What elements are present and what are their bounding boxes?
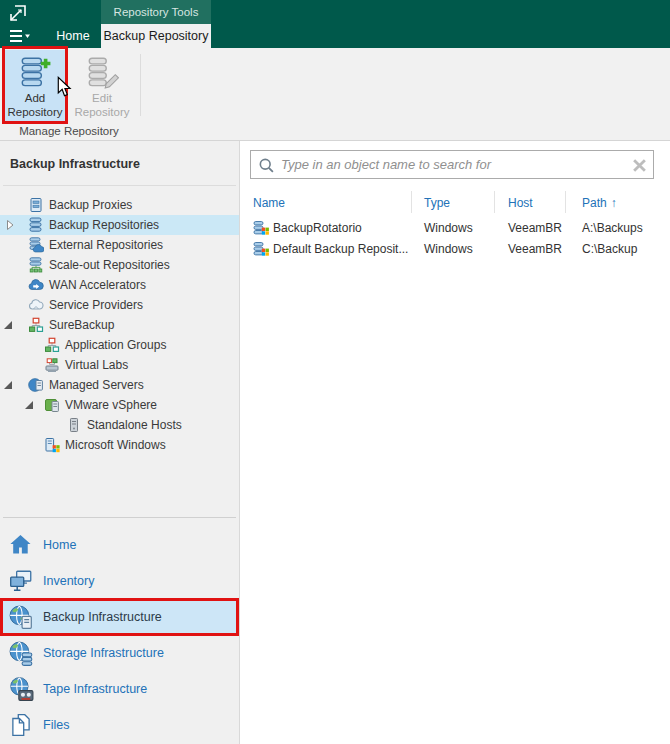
clear-search-icon[interactable] xyxy=(632,158,647,173)
cell-path: A:\Backups xyxy=(582,217,643,238)
column-separator xyxy=(411,191,412,213)
tree-item-label: External Repositories xyxy=(49,238,163,252)
external-repositories-icon xyxy=(28,237,44,253)
storage-infrastructure-icon xyxy=(8,640,34,666)
nav-item-label: Backup Infrastructure xyxy=(43,610,162,624)
sidebar-title-rule xyxy=(3,185,236,186)
nav-item-label: Inventory xyxy=(43,574,94,588)
nav-files[interactable]: Files xyxy=(0,707,239,743)
nav-backup-infrastructure[interactable]: Backup Infrastructure xyxy=(0,599,239,635)
service-providers-icon xyxy=(28,297,44,313)
surebackup-icon xyxy=(28,317,44,333)
tree-item-application-groups[interactable]: Application Groups xyxy=(0,335,239,355)
search-box xyxy=(250,150,654,179)
cell-type: Windows xyxy=(424,217,473,238)
mouse-cursor xyxy=(57,76,72,98)
nav-home[interactable]: Home xyxy=(0,527,239,563)
tree-item-backup-repositories[interactable]: Backup Repositories xyxy=(0,215,239,235)
add-repository-label-line2: Repository xyxy=(8,105,63,119)
contextual-tab-repository-tools[interactable]: Repository Tools xyxy=(101,0,211,24)
cell-host: VeeamBR xyxy=(508,238,562,259)
column-label: Path xyxy=(582,196,607,210)
veeam-console-window: Repository Tools Home Backup Repository xyxy=(0,0,670,744)
tree-item-label: Managed Servers xyxy=(49,378,144,392)
column-header-path[interactable]: Path ↑ xyxy=(582,192,654,214)
nav-item-label: Tape Infrastructure xyxy=(43,682,147,696)
tree-item-microsoft-windows[interactable]: Microsoft Windows xyxy=(0,435,239,455)
tree-item-surebackup[interactable]: SureBackup xyxy=(0,315,239,335)
ribbon: Add Repository Edit Repository Manage Re… xyxy=(0,48,670,141)
windows-repository-icon xyxy=(253,238,269,259)
tree-item-backup-proxies[interactable]: Backup Proxies xyxy=(0,195,239,215)
windows-repository-icon xyxy=(253,217,269,238)
tree-item-label: WAN Accelerators xyxy=(49,278,146,292)
cell-name: BackupRotatorio xyxy=(273,217,411,238)
nav-item-label: Home xyxy=(43,538,76,552)
expander-collapsed-icon[interactable] xyxy=(5,219,15,231)
tape-infrastructure-icon xyxy=(8,676,34,702)
managed-servers-icon xyxy=(28,377,44,393)
tree-item-label: VMware vSphere xyxy=(65,398,157,412)
sidebar-title: Backup Infrastructure xyxy=(10,157,140,171)
tree-item-service-providers[interactable]: Service Providers xyxy=(0,295,239,315)
column-label: Host xyxy=(508,196,533,210)
cell-host: VeeamBR xyxy=(508,217,562,238)
infrastructure-tree: Backup Proxies Backup Repositories Exter… xyxy=(0,195,239,455)
standalone-hosts-icon xyxy=(66,417,82,433)
table-row[interactable]: Default Backup Reposit... Windows VeeamB… xyxy=(241,238,670,259)
edit-repository-label-line2: Repository xyxy=(75,105,130,119)
tree-item-label: Virtual Labs xyxy=(65,358,128,372)
tree-item-label: Standalone Hosts xyxy=(87,418,182,432)
tab-home[interactable]: Home xyxy=(44,24,102,48)
expander-expanded-icon[interactable] xyxy=(24,399,34,411)
backup-proxies-icon xyxy=(28,197,44,213)
tab-backup-repository[interactable]: Backup Repository xyxy=(101,24,211,48)
virtual-labs-icon xyxy=(44,357,60,373)
application-groups-icon xyxy=(44,337,60,353)
column-header-name[interactable]: Name xyxy=(253,192,403,214)
tree-item-scaleout-repositories[interactable]: Scale-out Repositories xyxy=(0,255,239,275)
title-bar: Repository Tools xyxy=(0,0,670,24)
add-repository-label-line1: Add xyxy=(25,91,45,105)
sort-ascending-icon: ↑ xyxy=(611,196,617,210)
ribbon-group-separator xyxy=(140,54,141,116)
tree-item-external-repositories[interactable]: External Repositories xyxy=(0,235,239,255)
tree-item-label: Microsoft Windows xyxy=(65,438,166,452)
column-label: Type xyxy=(424,196,450,210)
tree-item-vmware-vsphere[interactable]: VMware vSphere xyxy=(0,395,239,415)
column-header-type[interactable]: Type xyxy=(424,192,488,214)
nav-storage-infrastructure[interactable]: Storage Infrastructure xyxy=(0,635,239,671)
add-repository-icon xyxy=(18,53,52,91)
column-label: Name xyxy=(253,196,285,210)
scaleout-repositories-icon xyxy=(28,257,44,273)
microsoft-windows-icon xyxy=(44,437,60,453)
home-icon xyxy=(8,532,34,558)
tree-item-label: Scale-out Repositories xyxy=(49,258,170,272)
files-icon xyxy=(8,712,34,738)
expander-expanded-icon[interactable] xyxy=(3,319,13,331)
column-header-host[interactable]: Host xyxy=(508,192,568,214)
tree-item-managed-servers[interactable]: Managed Servers xyxy=(0,375,239,395)
wan-accelerators-icon xyxy=(28,277,44,293)
ribbon-group-label: Manage Repository xyxy=(0,125,138,137)
views-nav: Home Inventory Backup Infrastructure Sto… xyxy=(0,527,239,743)
expander-expanded-icon[interactable] xyxy=(3,379,13,391)
tree-item-wan-accelerators[interactable]: WAN Accelerators xyxy=(0,275,239,295)
nav-item-label: Storage Infrastructure xyxy=(43,646,164,660)
tree-item-standalone-hosts[interactable]: Standalone Hosts xyxy=(0,415,239,435)
search-input[interactable] xyxy=(251,151,653,178)
column-separator xyxy=(565,191,566,213)
nav-inventory[interactable]: Inventory xyxy=(0,563,239,599)
cell-name: Default Backup Reposit... xyxy=(273,238,411,259)
table-row[interactable]: BackupRotatorio Windows VeeamBR A:\Backu… xyxy=(241,217,670,238)
inventory-icon xyxy=(8,568,34,594)
nav-tape-infrastructure[interactable]: Tape Infrastructure xyxy=(0,671,239,707)
cell-path: C:\Backup xyxy=(582,238,637,259)
ribbon-tab-row: Home Backup Repository xyxy=(0,24,670,48)
main-menu-icon[interactable] xyxy=(8,27,32,45)
tree-item-virtual-labs[interactable]: Virtual Labs xyxy=(0,355,239,375)
backup-repositories-icon xyxy=(28,217,44,233)
sidebar: Backup Infrastructure Backup Proxies Bac… xyxy=(0,141,240,744)
edit-repository-button[interactable]: Edit Repository xyxy=(70,50,134,122)
cell-type: Windows xyxy=(424,238,473,259)
